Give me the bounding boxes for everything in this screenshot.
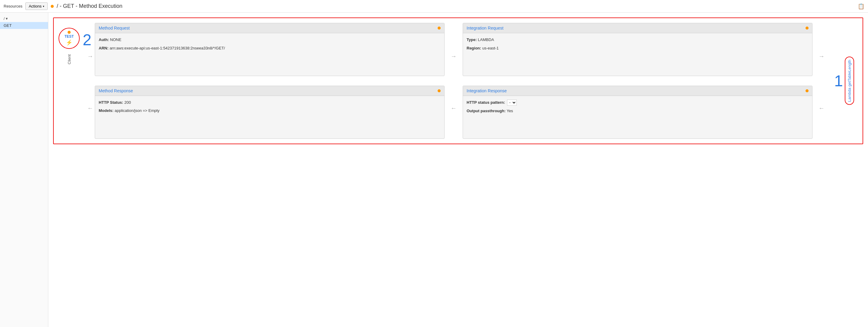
method-request-body: Auth: NONE ARN: arn:aws:execute-api:us-e…: [95, 33, 444, 76]
test-label: TEST: [65, 34, 74, 39]
actions-button[interactable]: Actions ▾: [25, 2, 48, 10]
resources-label: Resources: [4, 4, 22, 8]
arrow-method-to-integration-req: →: [444, 23, 463, 81]
right-label-container: 1 Lambda getTableLength: [831, 23, 858, 139]
sidebar-item-get[interactable]: GET: [0, 22, 48, 29]
content-area: TEST ⚡ Client 2 → Method Request Auth:: [48, 13, 868, 327]
actions-label: Actions: [29, 4, 42, 8]
integration-request-card: Integration Request Type: LAMBDA Region:…: [463, 23, 812, 76]
arrow-integration-resp-to-method-resp: ←: [444, 81, 463, 139]
status-dot: [51, 5, 54, 8]
sidebar-get-label: GET: [4, 23, 12, 28]
integration-request-dot: [806, 27, 809, 30]
method-request-dot: [438, 27, 441, 30]
method-response-body: HTTP Status: 200 Models: application/jso…: [95, 96, 444, 138]
integration-response-title[interactable]: Integration Response: [467, 88, 507, 93]
page-title: / - GET - Method Execution: [57, 3, 123, 9]
test-dot: [68, 31, 71, 34]
auth-label: Auth:: [99, 37, 109, 42]
method-request-arn: ARN: arn:aws:execute-api:us-east-1:54237…: [99, 45, 441, 51]
integration-response-dot: [806, 89, 809, 92]
caret-icon: ▾: [43, 5, 44, 8]
method-response-status: HTTP Status: 200: [99, 100, 441, 106]
passthrough-value: Yes: [507, 108, 513, 113]
integration-request-type: Type: LAMBDA: [467, 37, 809, 43]
pattern-label: HTTP status pattern:: [467, 100, 505, 106]
arrow-client-to-method-req: →: [86, 23, 95, 81]
client-label: Client: [67, 51, 71, 67]
models-value: application/json => Empty: [115, 108, 160, 113]
method-response-models: Models: application/json => Empty: [99, 108, 441, 114]
region-value: us-east-1: [482, 46, 499, 51]
method-response-dot: [438, 89, 441, 92]
http-status-value: 200: [124, 100, 131, 105]
method-response-title[interactable]: Method Response: [99, 88, 133, 93]
bolt-icon: ⚡: [66, 39, 72, 46]
integration-response-body: HTTP status pattern: - Output passthroug…: [463, 96, 812, 138]
test-circle[interactable]: TEST ⚡: [59, 28, 80, 49]
http-status-label: HTTP Status:: [99, 100, 123, 105]
integration-request-body: Type: LAMBDA Region: us-east-1: [463, 33, 812, 76]
execution-container: TEST ⚡ Client 2 → Method Request Auth:: [53, 18, 863, 144]
integration-response-card: Integration Response HTTP status pattern…: [463, 86, 812, 139]
sidebar: / ▾ GET: [0, 13, 48, 327]
method-request-title[interactable]: Method Request: [99, 26, 130, 30]
arn-value: arn:aws:execute-api:us-east-1:5423719136…: [110, 46, 225, 51]
auth-value: NONE: [110, 37, 122, 42]
method-request-card: Method Request Auth: NONE ARN: arn:aws:e…: [95, 23, 444, 76]
arrow-method-resp-to-client: ←: [86, 81, 95, 139]
passthrough-label: Output passthrough:: [467, 108, 505, 113]
method-response-header: Method Response: [95, 86, 444, 96]
top-bar: Resources Actions ▾ / - GET - Method Exe…: [0, 0, 868, 13]
method-request-header: Method Request: [95, 23, 444, 33]
sidebar-item-root[interactable]: / ▾: [0, 15, 48, 22]
integration-response-pattern: HTTP status pattern: -: [467, 100, 809, 106]
arrow-lambda-to-integration-resp: ←: [812, 81, 831, 139]
integration-request-title[interactable]: Integration Request: [467, 26, 503, 30]
type-label: Type:: [467, 37, 477, 42]
type-value: LAMBDA: [478, 37, 494, 42]
lambda-label: Lambda getTableLength: [847, 60, 852, 102]
integration-request-region: Region: us-east-1: [467, 45, 809, 51]
method-response-card: Method Response HTTP Status: 200 Models:…: [95, 86, 444, 139]
http-status-pattern-select[interactable]: -: [507, 100, 517, 106]
integration-response-header: Integration Response: [463, 86, 812, 96]
sidebar-root-label: / ▾: [4, 16, 8, 21]
region-label: Region:: [467, 46, 481, 51]
arrow-integration-req-to-lambda: →: [812, 23, 831, 81]
lambda-link[interactable]: Lambda getTableLength: [845, 57, 854, 105]
method-request-auth: Auth: NONE: [99, 37, 441, 43]
integration-request-header: Integration Request: [463, 23, 812, 33]
main-layout: / ▾ GET TEST ⚡ Client 2 →: [0, 13, 868, 327]
clipboard-icon[interactable]: 📋: [858, 3, 864, 10]
integration-response-passthrough: Output passthrough: Yes: [467, 108, 809, 114]
number-1: 1: [834, 72, 843, 90]
arn-label: ARN:: [99, 46, 108, 51]
models-label: Models:: [99, 108, 114, 113]
